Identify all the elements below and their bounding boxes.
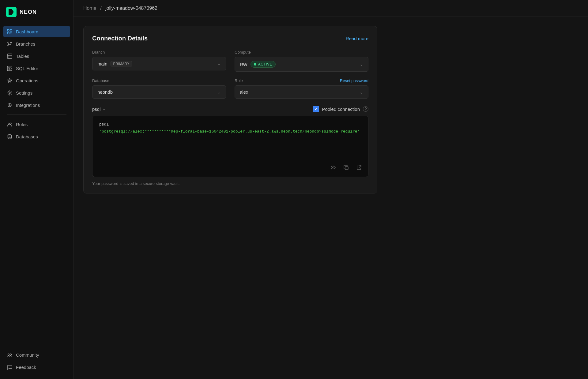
sidebar-label-community: Community <box>16 352 39 358</box>
psql-chevron-icon: ⌄ <box>103 107 106 111</box>
compute-field: Compute RW ACTIVE ⌄ <box>235 50 368 72</box>
compute-label: Compute <box>235 50 368 54</box>
sidebar-label-sql-editor: SQL Editor <box>16 66 38 71</box>
sidebar-label-tables: Tables <box>16 54 29 59</box>
integrations-icon <box>7 102 12 108</box>
operations-icon <box>7 78 12 83</box>
checkmark-icon: ✓ <box>314 107 318 111</box>
sidebar-divider <box>7 114 66 115</box>
breadcrumb: Home / jolly-meadow-04870962 <box>83 6 578 11</box>
sidebar-label-branches: Branches <box>16 41 35 47</box>
sidebar-item-feedback[interactable]: Feedback <box>3 361 70 373</box>
topbar: Home / jolly-meadow-04870962 <box>74 0 588 17</box>
sidebar: NEON Dashboard <box>0 0 74 379</box>
sidebar-item-community[interactable]: Community <box>3 349 70 361</box>
brand-name: NEON <box>20 9 37 15</box>
password-note: Your password is saved in a secure stora… <box>92 181 368 186</box>
pooled-connection-label: Pooled connection <box>322 107 360 112</box>
dashboard-icon <box>7 29 12 34</box>
community-icon <box>7 352 12 358</box>
breadcrumb-home[interactable]: Home <box>83 6 96 11</box>
breadcrumb-project: jolly-meadow-04870962 <box>105 6 157 11</box>
sidebar-label-settings: Settings <box>16 90 32 96</box>
svg-line-24 <box>359 166 361 168</box>
psql-type-label: psql <box>92 107 101 112</box>
connection-form-grid: Branch main PRIMARY ⌄ Compute RW <box>92 50 368 99</box>
svg-point-16 <box>8 123 9 124</box>
sidebar-item-integrations[interactable]: Integrations <box>3 99 70 111</box>
sidebar-item-databases[interactable]: Databases <box>3 131 70 142</box>
connection-string-block: psql 'postgresql://alex:***********@ep-f… <box>92 116 368 177</box>
compute-active-badge: ACTIVE <box>251 61 276 68</box>
svg-point-15 <box>9 92 10 94</box>
pooled-connection-row: ✓ Pooled connection ? <box>313 106 368 112</box>
svg-rect-3 <box>7 32 9 34</box>
svg-rect-4 <box>10 32 12 34</box>
sidebar-label-databases: Databases <box>16 134 38 139</box>
neon-logo-icon <box>6 7 17 17</box>
branch-field: Branch main PRIMARY ⌄ <box>92 50 226 72</box>
role-chevron-icon: ⌄ <box>360 90 363 95</box>
tables-icon <box>7 53 12 59</box>
svg-point-5 <box>8 42 9 43</box>
branches-icon <box>7 41 12 47</box>
sidebar-bottom: Community Feedback <box>0 346 73 379</box>
connection-toolbar: psql ⌄ ✓ Pooled connection ? <box>92 106 368 112</box>
role-select[interactable]: alex ⌄ <box>235 85 368 99</box>
sql-editor-icon <box>7 66 12 71</box>
database-field: Database neondb ⌄ <box>92 78 226 99</box>
active-dot <box>254 63 256 66</box>
svg-rect-2 <box>10 29 12 31</box>
database-select[interactable]: neondb ⌄ <box>92 85 226 99</box>
sidebar-label-feedback: Feedback <box>16 365 36 370</box>
database-label: Database <box>92 78 226 83</box>
pooled-help-icon[interactable]: ? <box>363 106 368 112</box>
sidebar-item-tables[interactable]: Tables <box>3 50 70 62</box>
copy-button[interactable] <box>341 163 351 172</box>
sidebar-item-sql-editor[interactable]: SQL Editor <box>3 62 70 74</box>
code-string-value: 'postgresql://alex:***********@ep-floral… <box>99 129 360 134</box>
svg-point-18 <box>8 134 11 136</box>
code-keyword: psql <box>99 122 109 127</box>
card-header: Connection Details Read more <box>92 35 368 42</box>
branch-value: main <box>97 61 107 66</box>
role-field: Role Reset password alex ⌄ <box>235 78 368 99</box>
svg-point-17 <box>10 123 11 124</box>
sidebar-label-operations: Operations <box>16 78 38 83</box>
read-more-link[interactable]: Read more <box>346 36 368 41</box>
branch-chevron-icon: ⌄ <box>217 61 221 66</box>
settings-icon <box>7 90 12 96</box>
psql-type-selector[interactable]: psql ⌄ <box>92 107 106 112</box>
branch-label: Branch <box>92 50 226 54</box>
pooled-connection-checkbox[interactable]: ✓ <box>313 106 319 112</box>
sidebar-item-roles[interactable]: Roles <box>3 118 70 130</box>
sidebar-item-settings[interactable]: Settings <box>3 87 70 99</box>
main-content: Home / jolly-meadow-04870962 Connection … <box>74 0 588 379</box>
svg-point-6 <box>10 42 12 43</box>
svg-rect-1 <box>7 29 9 31</box>
compute-chevron-icon: ⌄ <box>360 62 363 67</box>
code-actions <box>328 163 364 172</box>
sidebar-item-branches[interactable]: Branches <box>3 38 70 50</box>
compute-status: ACTIVE <box>258 62 272 66</box>
open-external-button[interactable] <box>354 163 364 172</box>
sidebar-nav: Dashboard Branches <box>0 26 73 346</box>
sidebar-label-integrations: Integrations <box>16 103 40 108</box>
connection-details-card: Connection Details Read more Branch main… <box>83 26 377 193</box>
svg-rect-8 <box>7 54 12 58</box>
breadcrumb-separator: / <box>100 6 101 11</box>
logo: NEON <box>0 0 73 26</box>
branch-select[interactable]: main PRIMARY ⌄ <box>92 57 226 70</box>
card-title: Connection Details <box>92 35 148 42</box>
sidebar-item-dashboard[interactable]: Dashboard <box>3 26 70 37</box>
show-password-button[interactable] <box>328 163 338 172</box>
compute-select[interactable]: RW ACTIVE ⌄ <box>235 57 368 72</box>
sidebar-label-roles: Roles <box>16 122 28 127</box>
branch-primary-badge: PRIMARY <box>111 61 132 66</box>
reset-password-link[interactable]: Reset password <box>340 78 368 83</box>
sidebar-item-operations[interactable]: Operations <box>3 75 70 86</box>
sidebar-label-dashboard: Dashboard <box>16 29 38 34</box>
code-line: psql 'postgresql://alex:***********@ep-f… <box>99 122 361 134</box>
svg-line-13 <box>9 67 10 69</box>
role-value: alex <box>240 89 248 95</box>
